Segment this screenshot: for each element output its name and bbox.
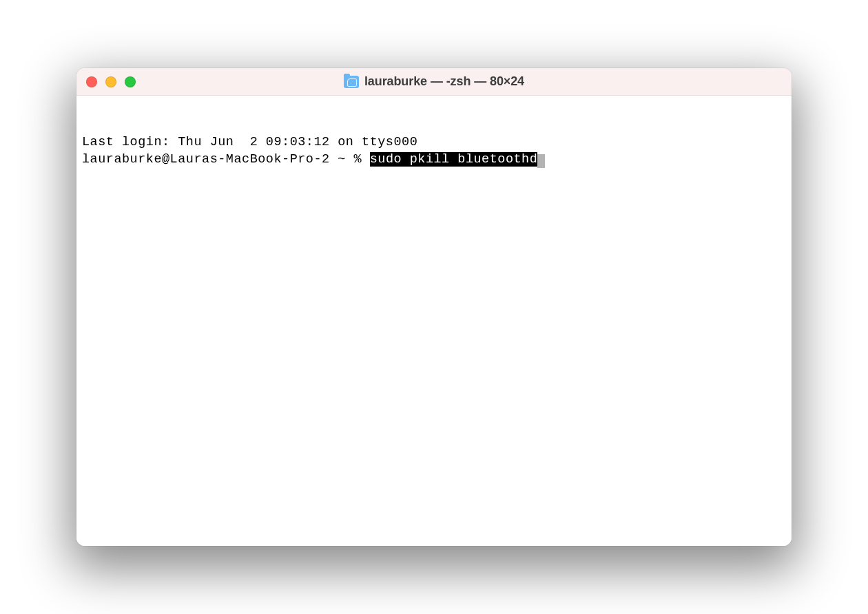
home-folder-icon (344, 76, 359, 88)
prompt: lauraburke@Lauras-MacBook-Pro-2 ~ % (82, 152, 370, 167)
traffic-lights (86, 76, 136, 87)
last-login-line: Last login: Thu Jun 2 09:03:12 on ttys00… (82, 134, 786, 151)
titlebar[interactable]: lauraburke — -zsh — 80×24 (76, 68, 792, 96)
window-title: lauraburke — -zsh — 80×24 (364, 74, 524, 89)
title-center: lauraburke — -zsh — 80×24 (76, 74, 792, 89)
command-text[interactable]: sudo pkill bluetoothd (370, 152, 538, 167)
maximize-button[interactable] (125, 76, 136, 87)
close-button[interactable] (86, 76, 97, 87)
terminal-body[interactable]: Last login: Thu Jun 2 09:03:12 on ttys00… (76, 96, 792, 546)
terminal-window: lauraburke — -zsh — 80×24 Last login: Th… (76, 68, 792, 546)
prompt-line: lauraburke@Lauras-MacBook-Pro-2 ~ % sudo… (82, 151, 786, 169)
cursor (537, 154, 545, 168)
minimize-button[interactable] (105, 76, 116, 87)
